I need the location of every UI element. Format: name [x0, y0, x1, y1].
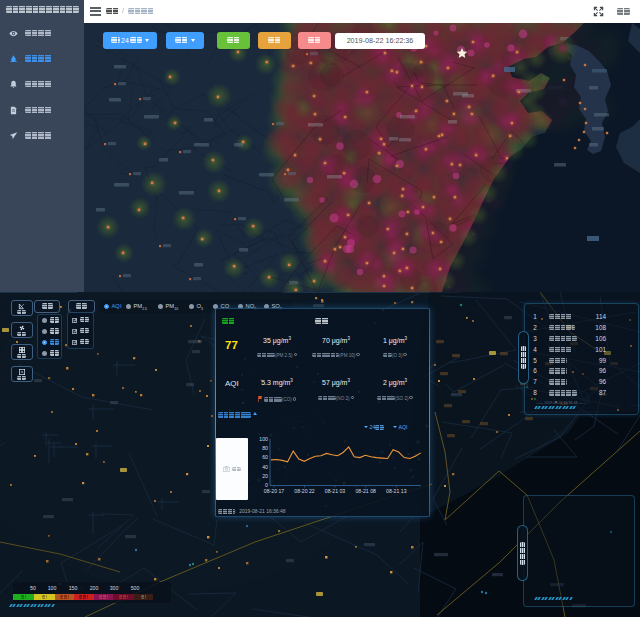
svg-text:08-20 17: 08-20 17: [264, 488, 285, 494]
svg-text:100: 100: [259, 435, 268, 441]
svg-text:40: 40: [262, 463, 268, 469]
svg-text:08-21 08: 08-21 08: [355, 488, 376, 494]
svg-text:08-20 22: 08-20 22: [294, 488, 315, 494]
svg-text:80: 80: [262, 445, 268, 451]
svg-text:60: 60: [262, 454, 268, 460]
svg-text:20: 20: [262, 473, 268, 479]
svg-text:08-21 03: 08-21 03: [325, 488, 346, 494]
svg-text:08-21 13: 08-21 13: [386, 488, 407, 494]
